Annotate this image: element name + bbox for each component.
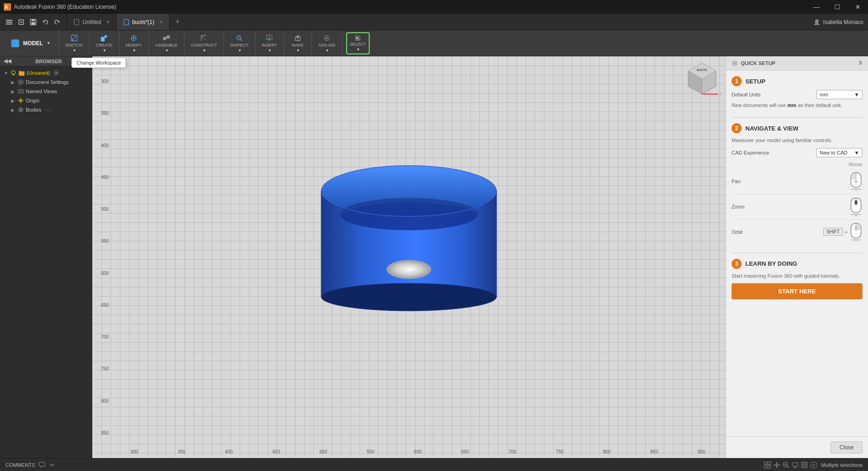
ruler-bottom: 300 350 400 450 500 550 600 650 700 750 …	[111, 445, 725, 458]
qs-close-button[interactable]: Close	[831, 441, 862, 453]
construct-label: CONSTRUCT	[191, 43, 217, 48]
svg-marker-97	[776, 467, 778, 468]
ruler-700: 700	[92, 334, 109, 340]
tree-item-origin[interactable]: ▶ Origin	[7, 96, 92, 105]
pan-mode-icon[interactable]	[773, 461, 780, 469]
sketch-button[interactable]: SKETCH ▼	[63, 32, 85, 54]
modify-icon	[129, 34, 139, 42]
tab-untitled[interactable]: Untitled ✕	[67, 14, 117, 30]
svg-point-13	[815, 19, 819, 23]
qs-setup-title: SETUP	[745, 78, 765, 85]
qs-cad-select[interactable]: New to CAD ▼	[816, 148, 862, 157]
model-workspace-icon	[10, 38, 20, 48]
settings-dot-icon	[53, 70, 59, 76]
insert-label: INSERT	[262, 43, 277, 48]
zoom-status-icon[interactable]	[782, 461, 790, 469]
bulb-icon	[10, 70, 17, 76]
qs-cad-experience-row: CAD Experience New to CAD ▼	[732, 148, 862, 157]
document-active-icon	[123, 19, 130, 25]
select-button[interactable]: SELECT ▼	[346, 32, 370, 54]
svg-point-62	[387, 260, 431, 279]
browser-collapse-left[interactable]: ◀◀	[4, 58, 11, 64]
comments-expand-icon[interactable]	[49, 462, 55, 468]
viewport[interactable]: 300 350 400 450 500 550 600 650 700 750 …	[92, 56, 725, 458]
qs-section-navigate: 2 NAVIGATE & VIEW Maneuver your model us…	[732, 123, 862, 244]
tab-buols[interactable]: buols*(1) ✕	[117, 14, 170, 30]
svg-rect-15	[13, 41, 18, 46]
layout-icon[interactable]	[764, 461, 771, 469]
select-label: SELECT	[350, 42, 366, 47]
bodies-icon	[18, 107, 24, 113]
statusbar-left: COMMENTS	[6, 462, 55, 468]
orientation-cube[interactable]: BACK X	[684, 61, 720, 98]
tab-untitled-close[interactable]: ✕	[106, 19, 110, 24]
main-area: ◀◀ BROWSER ▶ ▼ (Unsaved)	[0, 56, 868, 458]
ruler-600: 600	[92, 271, 109, 276]
toolbar: MODEL ▼ Change Workspace SKETCH ▼ CREATE	[0, 30, 868, 56]
create-button[interactable]: CREATE ▼	[93, 32, 115, 54]
svg-rect-24	[163, 37, 166, 40]
redo-button[interactable]	[52, 17, 63, 28]
select-arrow: ▼	[356, 48, 360, 52]
workspace-selector[interactable]: MODEL ▼	[6, 32, 55, 54]
toolbar-group-make: MAKE ▼	[284, 30, 312, 56]
sketch-label: SKETCH	[65, 43, 83, 48]
svg-rect-10	[31, 22, 35, 24]
change-workspace-tooltip: Change Workspace	[71, 58, 126, 68]
tree-item-root[interactable]: ▼ (Unsaved)	[0, 68, 92, 78]
comments-label: COMMENTS	[6, 462, 35, 468]
construct-button[interactable]: CONSTRUCT ▼	[188, 32, 220, 54]
new-tab-button[interactable]: +	[170, 17, 186, 27]
tree-label-bodies: Bodies	[26, 107, 41, 113]
make-button[interactable]: MAKE ▼	[288, 32, 308, 54]
svg-rect-107	[802, 462, 807, 468]
save-button[interactable]	[28, 17, 39, 28]
tree-arrow-doc: ▶	[11, 80, 16, 85]
tree-item-bodies[interactable]: ▶ Bodies ·····	[7, 105, 92, 114]
pan-mouse-icon	[850, 172, 862, 191]
grid-icon[interactable]	[801, 461, 808, 469]
qs-collapse-button[interactable]	[857, 60, 862, 66]
pan-indicator	[850, 172, 862, 191]
new-document-button[interactable]	[16, 17, 27, 28]
modify-button[interactable]: MODIFY ▼	[123, 32, 145, 54]
assemble-icon	[161, 34, 171, 42]
toolbar-group-inspect: INSPECT ▼	[224, 30, 255, 56]
shift-key: SHIFT	[823, 228, 843, 236]
insert-button[interactable]: INSERT ▼	[259, 32, 280, 54]
assemble-button[interactable]: ASSEMBLE ▼	[153, 32, 181, 54]
qs-section-setup: 1 SETUP Default Units mm ▼ New documents…	[732, 76, 862, 109]
addins-button[interactable]: ADD-INS ▼	[316, 32, 338, 54]
create-arrow: ▼	[103, 48, 106, 53]
start-here-button[interactable]: START HERE	[732, 283, 862, 299]
tree-arrow-root: ▼	[4, 71, 8, 76]
options-icon[interactable]	[810, 461, 817, 469]
tree-item-named-views[interactable]: ▶ Named Views	[7, 87, 92, 96]
cylinder-svg	[312, 149, 506, 325]
comments-icon[interactable]	[39, 462, 45, 468]
svg-rect-51	[19, 90, 23, 92]
sketch-arrow: ▼	[73, 48, 77, 53]
assemble-arrow: ▼	[165, 48, 169, 53]
construct-icon	[199, 34, 209, 42]
qs-units-select[interactable]: mm ▼	[816, 90, 862, 99]
tree-item-doc-settings[interactable]: ▶ Document Settings	[7, 78, 92, 87]
ruler-500: 500	[92, 207, 109, 212]
make-icon	[293, 34, 303, 42]
svg-point-77	[854, 180, 858, 183]
mouse-header-label: Mouse	[849, 162, 862, 167]
maximize-button[interactable]: ☐	[831, 3, 844, 11]
qs-learn-title: LEARN BY DOING	[745, 260, 797, 267]
inspect-button[interactable]: INSPECT ▼	[228, 32, 251, 54]
browser-title: BROWSER	[35, 59, 62, 64]
minimize-button[interactable]: —	[809, 3, 823, 11]
undo-button[interactable]	[40, 17, 51, 28]
app-menu-button[interactable]	[4, 17, 15, 28]
svg-point-47	[55, 72, 57, 74]
close-button[interactable]: ✕	[851, 3, 864, 11]
qs-learn-number: 3	[732, 259, 742, 269]
display-icon[interactable]	[791, 461, 799, 469]
ruler-350: 350	[92, 111, 109, 116]
modify-label: MODIFY	[126, 43, 142, 48]
tab-buols-close[interactable]: ✕	[159, 19, 163, 24]
